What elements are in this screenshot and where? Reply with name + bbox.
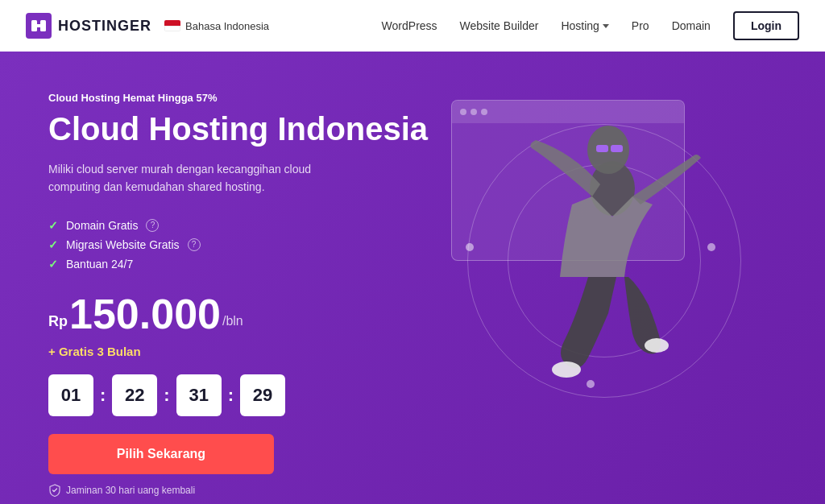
countdown-minutes: 22	[112, 374, 157, 416]
guarantee-section: Jaminan 30 hari uang kembali	[48, 484, 435, 497]
hero-section: Cloud Hosting Hemat Hingga 57% Cloud Hos…	[0, 52, 825, 504]
countdown-seconds: 31	[176, 374, 222, 416]
check-icon-migration: ✓	[48, 238, 58, 251]
nav-left: HOSTINGER Bahasa Indonesia	[26, 13, 269, 39]
feature-migration: ✓ Migrasi Website Gratis ?	[48, 238, 435, 251]
hero-person-image	[483, 76, 741, 494]
price-period: /bln	[222, 314, 243, 335]
price-currency: Rp	[48, 313, 68, 335]
nav-link-hosting[interactable]: Hosting	[561, 19, 608, 32]
feature-domain: ✓ Domain Gratis ?	[48, 219, 435, 232]
hero-content: Cloud Hosting Hemat Hingga 57% Cloud Hos…	[48, 92, 435, 504]
nav-link-domain[interactable]: Domain	[672, 19, 711, 32]
browser-dot-2	[471, 109, 477, 115]
info-icon-domain[interactable]: ?	[146, 219, 159, 232]
svg-point-8	[645, 338, 669, 353]
nav-link-wordpress[interactable]: WordPress	[382, 19, 437, 32]
countdown-sep-3: :	[228, 385, 234, 406]
logo-icon	[26, 13, 52, 39]
countdown-timer: 01 : 22 : 31 : 29	[48, 374, 435, 416]
shield-icon	[48, 484, 61, 497]
person-svg	[491, 92, 733, 478]
info-icon-migration[interactable]: ?	[188, 238, 201, 251]
hero-visual	[435, 92, 777, 504]
feature-support: ✓ Bantuan 24/7	[48, 258, 435, 271]
lang-label: Bahasa Indonesia	[185, 20, 269, 32]
chevron-down-icon	[603, 24, 609, 28]
check-icon-support: ✓	[48, 258, 58, 271]
hero-title: Cloud Hosting Indonesia	[48, 110, 435, 147]
logo[interactable]: HOSTINGER	[26, 13, 151, 39]
login-button[interactable]: Login	[733, 11, 799, 40]
navbar: HOSTINGER Bahasa Indonesia WordPress Web…	[0, 0, 825, 52]
price-row: Rp 150.000 /bln	[48, 293, 435, 335]
browser-dot-1	[460, 109, 466, 115]
countdown-hours: 01	[48, 374, 93, 416]
svg-point-7	[552, 361, 581, 378]
countdown-milliseconds: 29	[240, 374, 285, 416]
logo-text: HOSTINGER	[58, 18, 151, 35]
hero-description: Miliki cloud server murah dengan kecangg…	[48, 160, 322, 196]
svg-rect-6	[611, 145, 623, 152]
nav-link-website-builder[interactable]: Website Builder	[460, 19, 539, 32]
cta-button[interactable]: Pilih Sekarang	[48, 434, 274, 474]
svg-rect-5	[596, 145, 608, 152]
svg-rect-2	[31, 24, 46, 27]
hero-subtitle: Cloud Hosting Hemat Hingga 57%	[48, 92, 435, 104]
guarantee-text: Jaminan 30 hari uang kembali	[66, 485, 195, 496]
price-section: Rp 150.000 /bln	[48, 293, 435, 335]
countdown-sep-2: :	[164, 385, 169, 406]
features-list: ✓ Domain Gratis ? ✓ Migrasi Website Grat…	[48, 219, 435, 271]
check-icon-domain: ✓	[48, 219, 58, 232]
hostinger-logo-svg	[30, 17, 48, 35]
countdown-sep-1: :	[100, 385, 106, 406]
bonus-text: + Gratis 3 Bulan	[48, 345, 435, 358]
nav-right: WordPress Website Builder Hosting Pro Do…	[382, 11, 799, 40]
nav-link-pro[interactable]: Pro	[632, 19, 649, 32]
price-amount: 150.000	[69, 293, 221, 335]
deco-dot-left	[466, 243, 474, 251]
language-selector[interactable]: Bahasa Indonesia	[164, 20, 269, 32]
flag-icon	[164, 20, 180, 31]
